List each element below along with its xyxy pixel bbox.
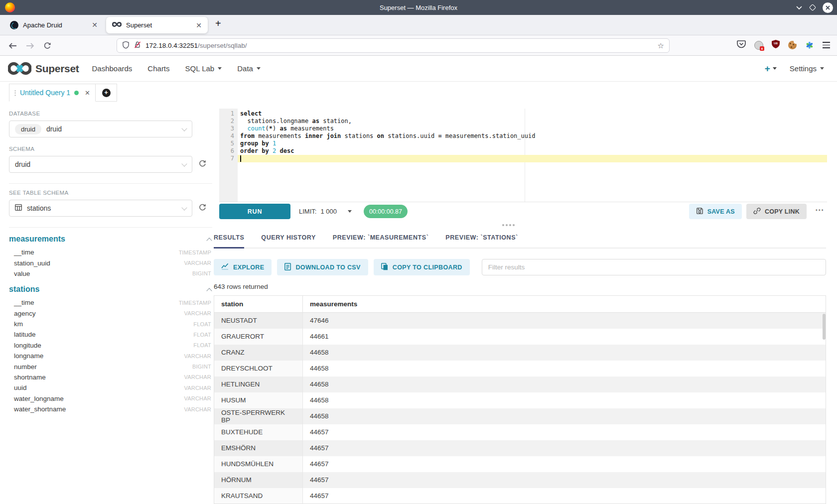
nav-dashboards[interactable]: Dashboards — [92, 64, 132, 73]
column-name: __time — [14, 249, 34, 256]
new-item-button[interactable]: + — [765, 63, 777, 74]
window-titlebar: Superset — Mozilla Firefox — [0, 0, 837, 15]
address-bar[interactable]: 172.18.0.4:32251/superset/sqllab/ ☆ — [117, 38, 670, 53]
schema-table-list: measurements__timeTIMESTAMPstation_uuidV… — [9, 235, 212, 414]
refresh-schema-icon[interactable] — [198, 159, 207, 170]
window-title: Superset — Mozilla Firefox — [0, 4, 837, 11]
tab-query-history[interactable]: QUERY HISTORY — [261, 234, 315, 248]
table-row: HÖRNUM44657 — [214, 472, 826, 488]
forward-icon[interactable] — [24, 40, 35, 51]
sql-editor[interactable]: 1234567 select stations.longname as stat… — [219, 109, 827, 202]
pane-resize-handle[interactable] — [502, 224, 515, 226]
query-tab-untitled-query-1[interactable]: Untitled Query 1 ✕ — [9, 84, 96, 102]
run-button[interactable]: RUN — [219, 204, 290, 219]
tab-close-icon[interactable]: ✕ — [196, 22, 202, 29]
schema-select[interactable]: druid — [9, 156, 192, 173]
download-csv-button[interactable]: DOWNLOAD TO CSV — [277, 259, 368, 275]
nav-data[interactable]: Data — [237, 64, 261, 73]
column-name: latitude — [14, 331, 36, 338]
nav-sql-lab[interactable]: SQL Lab — [185, 64, 222, 73]
table-row: CRANZ44658 — [214, 345, 826, 361]
schema-column-row: __timeTIMESTAMP — [9, 297, 212, 308]
tab-results[interactable]: RESULTS — [214, 234, 244, 248]
query-tab-strip: Untitled Query 1 ✕ + — [9, 84, 117, 102]
cell-station: EMSHÖRN — [214, 440, 303, 456]
table-row: HUNDSMÜHLEN44657 — [214, 456, 826, 472]
limit-dropdown[interactable]: LIMIT: 1 000 — [299, 204, 352, 219]
cell-measurements: 44661 — [303, 329, 826, 345]
schema-column-row: agencyVARCHAR — [9, 308, 212, 319]
nav-charts[interactable]: Charts — [147, 64, 169, 73]
window-maximize-icon[interactable] — [810, 5, 815, 10]
schema-column-row: longitudeFLOAT — [9, 340, 212, 351]
cell-station: HÖRNUM — [214, 472, 303, 488]
colorful-extension-icon[interactable] — [805, 41, 814, 50]
drag-handle-icon[interactable] — [14, 90, 16, 96]
column-name: km — [14, 320, 23, 328]
extension-badger-icon[interactable] — [754, 41, 763, 50]
table-select[interactable]: stations — [9, 200, 192, 217]
chevron-down-icon — [773, 67, 777, 70]
reload-icon[interactable] — [42, 40, 53, 51]
column-header-station[interactable]: station — [214, 296, 303, 313]
table-scrollbar[interactable] — [823, 314, 826, 340]
line-number: 4 — [219, 132, 234, 140]
collapse-chevron-icon[interactable] — [206, 288, 212, 293]
add-query-tab-button[interactable]: + — [96, 84, 117, 102]
insecure-lock-icon[interactable] — [134, 41, 141, 50]
tab-label: Apache Druid — [23, 21, 87, 29]
column-header-measurements[interactable]: measurements — [303, 296, 826, 313]
menu-icon[interactable] — [823, 42, 830, 48]
line-number: 1 — [219, 110, 234, 118]
table-row: GRAUERORT44661 — [214, 329, 826, 345]
cell-station: OSTE-SPERRWERK BP — [214, 408, 303, 424]
superset-logo[interactable]: Superset — [8, 62, 79, 75]
table-row: HETLINGEN44658 — [214, 377, 826, 392]
editor-code-area[interactable]: select stations.longname as station, cou… — [238, 109, 827, 202]
schema-column-row: water_shortnameVARCHAR — [9, 404, 212, 414]
chevron-down-icon — [181, 161, 187, 166]
shield-icon[interactable] — [122, 41, 130, 50]
window-close-icon[interactable] — [823, 2, 833, 13]
column-type: VARCHAR — [184, 260, 211, 266]
column-type: FLOAT — [193, 342, 211, 348]
schema-section-header[interactable]: measurements — [9, 235, 212, 244]
tab-preview-stations[interactable]: PREVIEW: `STATIONS` — [445, 234, 518, 248]
schema-table-name[interactable]: measurements — [9, 235, 65, 244]
cell-measurements: 47646 — [303, 313, 826, 329]
explore-button[interactable]: EXPLORE — [214, 259, 272, 275]
browser-tab-superset[interactable]: Superset ✕ — [106, 17, 208, 33]
close-query-tab-icon[interactable]: ✕ — [85, 89, 90, 97]
column-name: uuid — [14, 384, 27, 391]
browser-tab-apache-druid[interactable]: Apache Druid ✕ — [4, 15, 104, 35]
collapse-chevron-icon[interactable] — [206, 238, 212, 243]
superset-navbar: Superset Dashboards Charts SQL Lab Data … — [0, 56, 837, 82]
bookmark-star-icon[interactable]: ☆ — [658, 41, 664, 50]
cell-station: DREYSCHLOOT — [214, 361, 303, 377]
schema-section-header[interactable]: stations — [9, 285, 212, 294]
copy-link-button[interactable]: COPY LINK — [746, 204, 807, 219]
schema-table-name[interactable]: stations — [9, 285, 39, 294]
pocket-icon[interactable] — [737, 40, 746, 50]
limit-label: LIMIT: — [299, 208, 316, 215]
save-as-button[interactable]: SAVE AS — [689, 204, 742, 219]
window-minimize-icon[interactable] — [796, 5, 803, 10]
settings-menu[interactable]: Settings — [790, 64, 824, 73]
column-type: VARCHAR — [184, 406, 211, 412]
back-icon[interactable] — [7, 40, 18, 51]
new-tab-button[interactable]: + — [215, 18, 221, 29]
database-select[interactable]: druid druid — [9, 121, 192, 137]
chevron-down-icon — [181, 126, 187, 131]
cookie-extension-icon[interactable] — [788, 41, 797, 49]
cell-measurements: 44658 — [303, 377, 826, 392]
tab-preview-measurements[interactable]: PREVIEW: `MEASUREMENTS` — [333, 234, 429, 248]
copy-to-clipboard-button[interactable]: COPY TO CLIPBOARD — [374, 259, 470, 275]
code-line: from measurements inner join stations on… — [238, 132, 827, 140]
refresh-table-icon[interactable] — [198, 203, 207, 214]
ublock-icon[interactable]: U0 — [772, 40, 780, 50]
see-table-schema-label: SEE TABLE SCHEMA — [9, 190, 212, 196]
tab-close-icon[interactable]: ✕ — [92, 21, 98, 28]
more-actions-icon[interactable]: ⋯ — [811, 205, 827, 218]
filter-results-input[interactable] — [482, 259, 826, 275]
cell-measurements: 44657 — [303, 456, 826, 472]
